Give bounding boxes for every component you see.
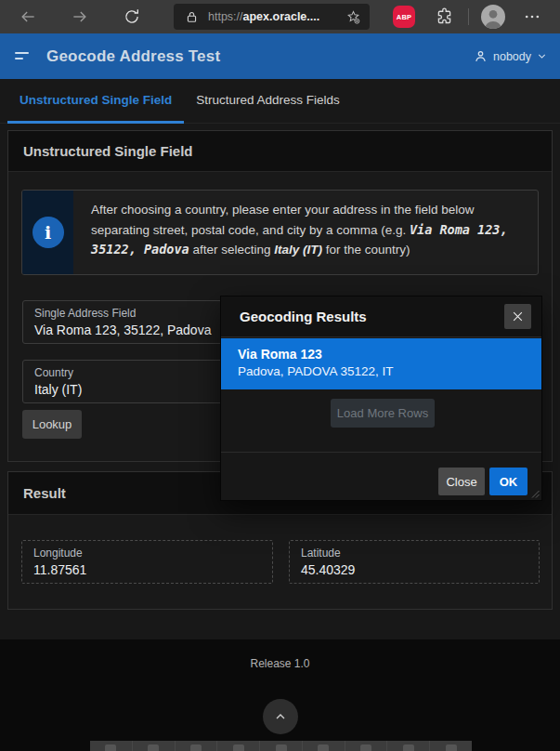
dialog-close-button[interactable] [504,304,531,329]
forward-icon[interactable] [71,7,89,26]
taskbar-icon[interactable] [176,741,218,751]
field-label: Latitude [301,547,527,560]
chevron-down-icon [537,51,547,61]
address-bar[interactable]: https://apex.oracle.... [174,4,370,30]
info-icon-panel: i [22,191,73,274]
dialog-footer: Close OK [221,452,541,500]
nav-menu-icon[interactable] [15,51,32,62]
resize-handle[interactable] [530,489,540,498]
extensions-icon[interactable] [435,7,454,26]
field-value: 45.40329 [301,562,527,577]
taskbar-icon[interactable] [303,741,345,751]
info-text: After choosing a country, please enter y… [73,191,538,274]
taskbar-icon[interactable] [387,741,430,751]
taskbar-icon[interactable] [430,741,472,751]
page-footer: Release 1.0 [0,639,560,751]
lookup-button[interactable]: Lookup [22,410,82,439]
geocode-result-item[interactable]: Via Roma 123 Padova, PADOVA 35122, IT [221,338,541,389]
screen: https://apex.oracle.... ABP Geocode Addr… [0,0,560,751]
geocoding-results-dialog: Geocoding Results Via Roma 123 Padova, P… [220,296,542,501]
info-notification: i After choosing a country, please enter… [21,190,539,275]
refresh-icon[interactable] [123,7,141,26]
taskbar-icon[interactable] [217,741,260,751]
user-icon [474,49,488,63]
dialog-header: Geocoding Results [221,296,541,337]
taskbar-icon[interactable] [90,741,133,751]
release-text: Release 1.0 [0,657,560,670]
app-header: Geocode Address Test nobody [0,33,560,79]
latitude-display: Latitude 45.40329 [289,540,540,584]
tab-unstructured-single-field[interactable]: Unstructured Single Field [7,79,184,124]
info-text-3: for the country) [322,243,410,257]
info-icon: i [33,217,64,248]
field-label: Longitude [33,547,261,560]
taskbar-icon[interactable] [345,741,388,751]
adblock-extension-icon[interactable]: ABP [393,6,415,28]
toolbar-separator [468,8,469,25]
result-city-line: Padova, PADOVA 35122, IT [238,364,541,378]
tab-structured-address-fields[interactable]: Structured Address Fields [184,79,352,124]
field-value: 11.87561 [33,562,261,577]
add-favorite-icon[interactable] [345,9,361,25]
lock-icon [185,10,199,24]
back-icon[interactable] [19,7,37,26]
result-street: Via Roma 123 [238,347,541,362]
region-title: Unstructured Single Field [23,143,193,159]
taskbar-icon[interactable] [133,741,176,751]
url-scheme: https:// [208,10,243,23]
browser-toolbar: https://apex.oracle.... ABP [0,0,560,33]
scroll-to-top-button[interactable] [263,699,298,734]
browser-menu-icon[interactable] [523,7,541,26]
region-title: Result [23,485,66,501]
ok-button[interactable]: OK [489,468,527,495]
url-text: https://apex.oracle.... [208,10,319,23]
close-button[interactable]: Close [438,468,485,495]
url-host: apex.oracle.... [243,10,320,23]
load-more-rows-button[interactable]: Load More Rows [331,399,435,428]
dialog-title: Geocoding Results [240,309,367,324]
user-name: nobody [493,50,531,63]
close-icon [512,310,524,323]
info-country-example: Italy (IT) [274,243,322,257]
info-text-2: after selecting [189,243,275,257]
taskbar-icon[interactable] [260,741,303,751]
taskbar [90,741,472,751]
abp-label: ABP [397,13,411,21]
user-menu[interactable]: nobody [474,49,547,63]
profile-avatar[interactable] [481,5,505,29]
app-title: Geocode Address Test [46,47,220,66]
region-header: Unstructured Single Field [8,131,552,172]
tab-bar: Unstructured Single Field Structured Add… [0,79,560,124]
longitude-display: Longitude 11.87561 [21,540,273,584]
chevron-up-icon [273,709,288,724]
